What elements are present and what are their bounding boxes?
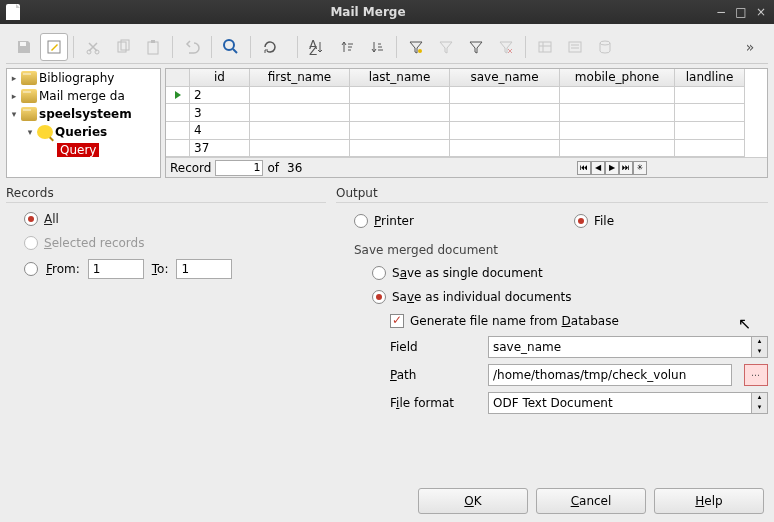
titlebar: Mail Merge − □ × [0, 0, 774, 24]
col-landline[interactable]: landline [675, 69, 745, 87]
cancel-button[interactable]: Cancel [536, 488, 646, 514]
insert-fields-icon [531, 33, 559, 61]
autofilter-icon[interactable] [402, 33, 430, 61]
col-mobile-phone[interactable]: mobile_phone [560, 69, 675, 87]
data-grid[interactable]: id first_name last_name save_name mobile… [165, 68, 768, 178]
ok-button[interactable]: OK [418, 488, 528, 514]
nav-of-label: of [263, 161, 283, 175]
grid-header: id first_name last_name save_name mobile… [166, 69, 767, 87]
remove-filter-icon [492, 33, 520, 61]
nav-total: 36 [283, 161, 306, 175]
nav-record-label: Record [166, 161, 215, 175]
radio-printer-label: Printer [374, 214, 414, 228]
standard-filter-icon[interactable] [462, 33, 490, 61]
nav-next-icon[interactable]: ▶ [605, 161, 619, 175]
save-merged-title: Save merged document [336, 235, 768, 261]
close-button[interactable]: × [754, 5, 768, 19]
output-section: Output Printer File Save merged document… [336, 184, 768, 480]
col-last-name[interactable]: last_name [350, 69, 450, 87]
radio-file[interactable] [574, 214, 588, 228]
col-first-name[interactable]: first_name [250, 69, 350, 87]
help-button[interactable]: Help [654, 488, 764, 514]
search-icon[interactable] [217, 33, 245, 61]
tree-item-speelsysteem[interactable]: ▾speelsysteem [7, 105, 160, 123]
grid-row[interactable]: 3 [166, 104, 767, 122]
field-label: Field [390, 340, 480, 354]
sort-icon[interactable]: AZ [303, 33, 331, 61]
nav-current-input[interactable] [215, 160, 263, 176]
browse-button[interactable]: ⋯ [744, 364, 768, 386]
tree-item-queries[interactable]: ▾Queries [7, 123, 160, 141]
query-icon [37, 125, 53, 139]
document-icon [6, 4, 20, 20]
col-save-name[interactable]: save_name [450, 69, 560, 87]
grid-row[interactable]: 2 [166, 87, 767, 105]
window-title: Mail Merge [28, 5, 708, 19]
dialog-buttons: OK Cancel Help [6, 480, 768, 516]
radio-save-individual-label: Save as individual documents [392, 290, 572, 304]
path-label: Path [390, 368, 480, 382]
radio-printer[interactable] [354, 214, 368, 228]
database-icon [21, 71, 37, 85]
database-icon [21, 89, 37, 103]
paste-icon [139, 33, 167, 61]
radio-selected-label: Selected records [44, 236, 144, 250]
file-format-combo[interactable]: ODF Text Document ▴▾ [488, 392, 768, 414]
radio-selected [24, 236, 38, 250]
apply-filter-icon [432, 33, 460, 61]
refresh-icon[interactable] [256, 33, 284, 61]
data-to-text-icon [561, 33, 589, 61]
edit-icon[interactable] [40, 33, 68, 61]
radio-all[interactable] [24, 212, 38, 226]
sort-asc-icon[interactable] [333, 33, 361, 61]
records-title: Records [6, 184, 326, 203]
to-input[interactable] [176, 259, 232, 279]
svg-rect-6 [148, 42, 158, 54]
radio-from[interactable] [24, 262, 38, 276]
minimize-button[interactable]: − [714, 5, 728, 19]
svg-text:Z: Z [309, 44, 317, 55]
copy-icon [109, 33, 137, 61]
svg-rect-0 [20, 42, 26, 46]
path-input[interactable]: /home/thomas/tmp/check_volun [488, 364, 732, 386]
sort-desc-icon[interactable] [363, 33, 391, 61]
checkbox-generate-filename-label: Generate file name from Database [410, 314, 619, 328]
nav-last-icon[interactable]: ⏭ [619, 161, 633, 175]
save-icon [10, 33, 38, 61]
radio-all-label: All [44, 212, 59, 226]
radio-save-single-label: Save as single document [392, 266, 543, 280]
nav-new-icon[interactable]: ✳ [633, 161, 647, 175]
records-section: Records All Selected records From: To: [6, 184, 326, 480]
dialog-body: AZ » ▸Bibliography ▸Mail merge da ▾speel… [0, 24, 774, 522]
svg-rect-13 [569, 42, 581, 52]
toolbar-overflow-icon[interactable]: » [736, 33, 764, 61]
svg-rect-12 [539, 42, 551, 52]
radio-save-single[interactable] [372, 266, 386, 280]
from-input[interactable] [88, 259, 144, 279]
datasource-tree[interactable]: ▸Bibliography ▸Mail merge da ▾speelsyste… [6, 68, 161, 178]
tree-item-query[interactable]: Query [7, 141, 160, 159]
svg-point-14 [600, 41, 610, 45]
grid-row[interactable]: 37 [166, 140, 767, 158]
grid-row[interactable]: 4 [166, 122, 767, 140]
svg-rect-7 [151, 40, 155, 43]
file-format-label: File format [390, 396, 480, 410]
nav-first-icon[interactable]: ⏮ [577, 161, 591, 175]
nav-prev-icon[interactable]: ◀ [591, 161, 605, 175]
radio-save-individual[interactable] [372, 290, 386, 304]
field-combo[interactable]: save_name ▴▾ [488, 336, 768, 358]
from-label: From: [46, 262, 80, 276]
checkbox-generate-filename[interactable] [390, 314, 404, 328]
cut-icon [79, 33, 107, 61]
grid-navigator: Record of 36 ⏮ ◀ ▶ ⏭ ✳ [166, 157, 767, 177]
database-icon [21, 107, 37, 121]
toolbar: AZ » [6, 30, 768, 64]
tree-item-mailmergedata[interactable]: ▸Mail merge da [7, 87, 160, 105]
tree-item-bibliography[interactable]: ▸Bibliography [7, 69, 160, 87]
undo-icon [178, 33, 206, 61]
col-id[interactable]: id [190, 69, 250, 87]
radio-file-label: File [594, 214, 614, 228]
svg-point-8 [224, 40, 234, 50]
output-title: Output [336, 184, 768, 203]
maximize-button[interactable]: □ [734, 5, 748, 19]
